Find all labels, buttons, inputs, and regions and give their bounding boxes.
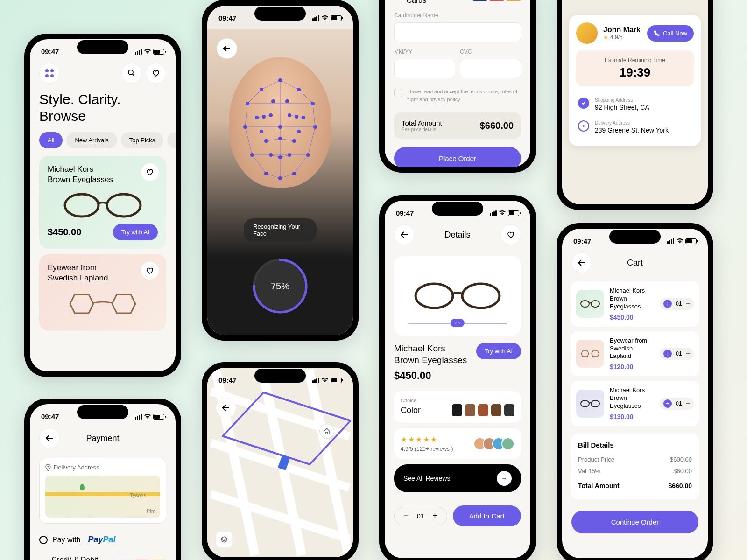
- tracking-map[interactable]: [207, 368, 353, 557]
- chip-new[interactable]: New Arrivals: [66, 132, 117, 148]
- svg-point-16: [302, 116, 305, 119]
- add-to-cart-button[interactable]: Add to Cart: [453, 505, 521, 526]
- continue-order-button[interactable]: Continue Order: [571, 511, 698, 533]
- svg-point-9: [297, 88, 301, 91]
- svg-point-26: [288, 153, 291, 157]
- product-card[interactable]: Eyewear from Swedish Lapland: [39, 254, 166, 331]
- svg-point-33: [260, 130, 263, 133]
- quantity-stepper[interactable]: +01−: [660, 398, 694, 410]
- paypal-logo: PayPal: [88, 535, 115, 545]
- payment-method-paypal[interactable]: Pay with PayPal: [30, 529, 176, 550]
- product-price: $450.00: [48, 227, 81, 238]
- svg-marker-42: [581, 351, 589, 357]
- search-button[interactable]: [121, 63, 142, 84]
- arrow-right-icon: →: [497, 471, 512, 486]
- color-swatches[interactable]: [452, 404, 514, 416]
- svg-point-39: [462, 284, 500, 308]
- svg-point-31: [271, 99, 275, 103]
- qty-plus[interactable]: +: [663, 300, 672, 308]
- radio-on-icon: [394, 0, 402, 0]
- favorite-toggle[interactable]: [141, 163, 159, 181]
- map-layers-button[interactable]: [216, 531, 233, 548]
- chip-all[interactable]: All: [39, 132, 63, 148]
- svg-point-27: [306, 153, 310, 157]
- reviewer-avatars: [477, 437, 514, 450]
- terms-checkbox[interactable]: [394, 89, 402, 97]
- payment-method-cards[interactable]: Credit & Debit Cards VISADISCOVER: [385, 0, 530, 10]
- delivery-label: Delivery Address: [45, 464, 160, 471]
- svg-point-6: [246, 102, 249, 105]
- svg-line-1: [133, 74, 134, 76]
- svg-point-23: [250, 153, 254, 157]
- svg-point-28: [264, 172, 268, 175]
- svg-point-22: [292, 139, 296, 143]
- destination-pin: [319, 424, 334, 439]
- svg-marker-5: [112, 294, 135, 313]
- menu-button[interactable]: [39, 63, 60, 84]
- place-order-button[interactable]: Place Order: [394, 147, 521, 167]
- back-button[interactable]: [39, 428, 60, 448]
- scan-progress: 75%: [254, 260, 306, 312]
- product-name: Eyewear from Swedish Lapland: [48, 263, 125, 283]
- page-title: Details: [419, 230, 496, 240]
- glasses-icon: [61, 191, 145, 219]
- terms-text: I have read and accept the terms of use,…: [407, 88, 521, 103]
- svg-point-32: [285, 99, 289, 103]
- qty-minus[interactable]: −: [401, 511, 411, 521]
- choice-name: Color: [401, 406, 421, 415]
- see-reviews-button[interactable]: See All Reviews →: [394, 464, 521, 492]
- svg-point-29: [278, 176, 282, 180]
- svg-point-38: [416, 284, 453, 308]
- favorite-toggle[interactable]: [141, 262, 159, 280]
- try-ai-button[interactable]: Try with AI: [113, 224, 158, 240]
- svg-point-0: [128, 70, 133, 75]
- cardholder-input[interactable]: [394, 22, 521, 42]
- svg-point-11: [255, 116, 259, 119]
- delivery-address: Delivery Address239 Greene St, New York: [576, 116, 694, 139]
- product-name: Michael Kors Brown Eyeglasses: [394, 343, 470, 366]
- star-rating: ★★★★★: [401, 435, 453, 444]
- back-button[interactable]: [394, 224, 415, 245]
- delivery-map[interactable]: Tysons Pim: [45, 476, 160, 518]
- driver-rating: ★4.9/5: [603, 34, 641, 41]
- quantity-stepper[interactable]: +01−: [660, 298, 694, 310]
- chip-top[interactable]: Top Picks: [121, 132, 164, 148]
- svg-point-24: [269, 153, 273, 157]
- qty-minus[interactable]: −: [686, 300, 690, 308]
- cart-item[interactable]: Eyewear from Swedish Lapland$120.00 +01−: [571, 331, 699, 377]
- expiry-input[interactable]: [394, 59, 455, 78]
- cvc-input[interactable]: [460, 59, 521, 78]
- qty-plus[interactable]: +: [430, 511, 440, 521]
- svg-point-8: [278, 78, 282, 82]
- svg-point-34: [297, 130, 301, 133]
- scan-status: Recognizing Your Face: [244, 218, 317, 242]
- back-button[interactable]: [216, 398, 236, 418]
- back-button[interactable]: [571, 252, 592, 273]
- chip-women[interactable]: Women: [167, 132, 176, 148]
- page-title: Cart: [597, 258, 673, 268]
- call-button[interactable]: Call Now: [647, 25, 694, 42]
- payment-method-cards[interactable]: Credit & Debit Cards VISADISCOVER: [30, 550, 176, 560]
- back-button[interactable]: [217, 38, 237, 59]
- slider-thumb[interactable]: ‹ ›: [451, 319, 465, 327]
- cart-item[interactable]: Michael Kors Brown Eyeglasses$130.00 +01…: [571, 381, 699, 426]
- svg-marker-4: [70, 294, 93, 313]
- status-time: 09:47: [41, 48, 59, 56]
- product-image: ‹ ›: [394, 256, 521, 336]
- product-card[interactable]: Michael Kors Brown Eyeglasses $450.00 Tr…: [39, 156, 166, 249]
- favorite-button[interactable]: [500, 224, 521, 245]
- svg-point-46: [48, 466, 49, 467]
- quantity-stepper[interactable]: − 01 +: [394, 507, 447, 525]
- status-icons: [135, 49, 164, 55]
- driver-avatar: [576, 22, 598, 44]
- svg-point-41: [591, 301, 599, 307]
- status-time: 09:47: [218, 14, 236, 22]
- eta-box: Estimate Remining Time 19:39: [576, 50, 694, 86]
- quantity-stepper[interactable]: +01−: [660, 348, 694, 360]
- favorites-button[interactable]: [146, 63, 166, 84]
- cart-item[interactable]: Michael Kors Brown Eyeglasses$450.00 +01…: [571, 281, 699, 327]
- shopping-address: Shopping Address92 High Street, CA: [576, 93, 694, 116]
- svg-point-18: [278, 125, 282, 129]
- try-ai-button[interactable]: Try with AI: [476, 343, 521, 359]
- svg-point-30: [292, 172, 296, 175]
